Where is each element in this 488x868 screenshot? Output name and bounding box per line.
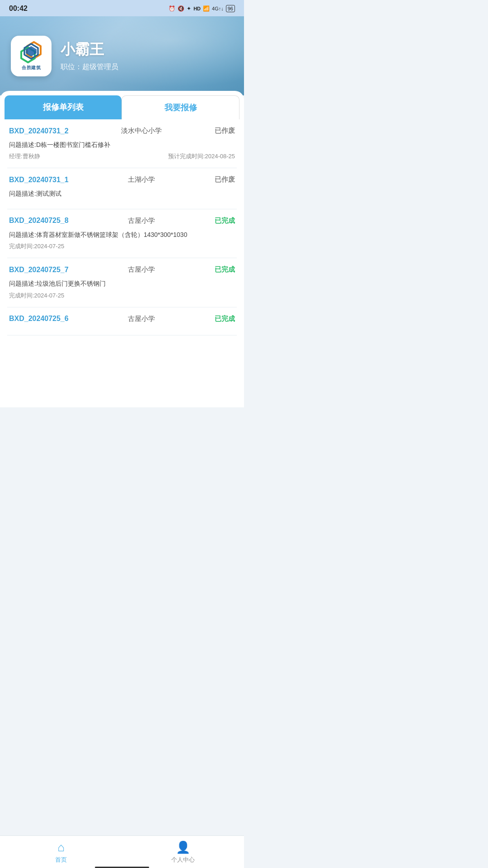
repair-status: 已完成 [215,315,235,323]
repair-location: 淡水中心小学 [121,127,162,135]
signal-icon: 📶 [203,5,210,12]
mute-icon: 🔇 [178,5,184,12]
battery-indicator: 96 [226,5,235,12]
main-content: 报修单列表 我要报修 BXD_20240731_2 淡水中心小学 已作废 问题描… [0,91,244,407]
header-info: 小霸王 职位：超级管理员 [61,40,118,72]
status-bar: 00:42 ⏰ 🔇 ✦ HD 📶 4G↑↓ 96 [0,0,244,16]
repair-completion-time: 完成时间:2024-07-25 [9,242,64,250]
repair-location: 土湖小学 [128,175,155,184]
repair-description: 问题描述:垃圾池后门更换不锈钢门 [9,278,235,288]
repair-meta: 完成时间:2024-07-25 [9,242,235,250]
repair-location: 古屋小学 [128,265,155,274]
logo-svg [18,41,44,64]
repair-item[interactable]: BXD_20240725_7 古屋小学 已完成 问题描述:垃圾池后门更换不锈钢门… [7,258,237,307]
repair-completion-time: 完成时间:2024-07-25 [9,292,64,300]
repair-list: BXD_20240731_2 淡水中心小学 已作废 问题描述:D栋一楼图书室门槛… [0,119,244,335]
tab-submit-repair[interactable]: 我要报修 [122,95,239,119]
repair-status: 已作废 [215,175,235,184]
repair-item[interactable]: BXD_20240731_2 淡水中心小学 已作废 问题描述:D栋一楼图书室门槛… [7,119,237,168]
bluetooth-icon: ✦ [187,5,191,12]
tab-repair-list[interactable]: 报修单列表 [5,95,122,119]
status-time: 00:42 [9,5,28,13]
repair-meta: 完成时间:2024-07-25 [9,292,235,300]
repair-id: BXD_20240725_6 [9,315,69,323]
repair-meta: 经理:曹秋静 预计完成时间:2024-08-25 [9,152,235,160]
repair-id: BXD_20240731_1 [9,176,69,184]
repair-item-header: BXD_20240725_8 古屋小学 已完成 [9,217,235,225]
hd-icon: HD [193,6,201,11]
repair-item-header: BXD_20240731_2 淡水中心小学 已作废 [9,127,235,135]
repair-description: 问题描述:D栋一楼图书室门槛石修补 [9,140,235,150]
repair-item[interactable]: BXD_20240725_6 古屋小学 已完成 [7,307,237,335]
repair-description: 问题描述:体育器材室新做不锈钢篮球架（含轮）1430*300*1030 [9,230,235,240]
repair-item[interactable]: BXD_20240725_8 古屋小学 已完成 问题描述:体育器材室新做不锈钢篮… [7,209,237,258]
status-icons: ⏰ 🔇 ✦ HD 📶 4G↑↓ 96 [169,5,235,12]
repair-status: 已作废 [215,127,235,135]
repair-status: 已完成 [215,217,235,225]
alarm-icon: ⏰ [169,5,175,12]
repair-item-header: BXD_20240731_1 土湖小学 已作废 [9,175,235,184]
repair-item[interactable]: BXD_20240731_1 土湖小学 已作废 问题描述:测试测试 [7,168,237,209]
repair-manager: 经理:曹秋静 [9,152,40,160]
repair-id: BXD_20240731_2 [9,127,69,135]
repair-location: 古屋小学 [128,217,155,225]
logo-text: 合胜建筑 [22,65,41,71]
repair-id: BXD_20240725_7 [9,266,69,274]
app-logo: 合胜建筑 [11,36,52,76]
signal2-icon: 4G↑↓ [212,6,224,11]
user-role: 职位：超级管理员 [61,62,118,72]
header-hero: 合胜建筑 小霸王 职位：超级管理员 [0,16,244,95]
repair-status: 已完成 [215,265,235,274]
repair-item-header: BXD_20240725_6 古屋小学 已完成 [9,315,235,323]
repair-description: 问题描述:测试测试 [9,189,235,198]
repair-expected-time: 预计完成时间:2024-08-25 [168,152,235,160]
repair-location: 古屋小学 [128,315,155,323]
tabs: 报修单列表 我要报修 [0,91,244,119]
repair-id: BXD_20240725_8 [9,217,69,225]
user-name: 小霸王 [61,40,118,60]
repair-item-header: BXD_20240725_7 古屋小学 已完成 [9,265,235,274]
